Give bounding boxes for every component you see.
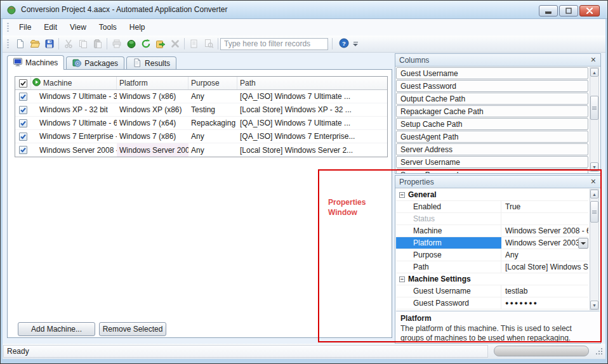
property-value[interactable]: [Local Store] Windows Ser — [501, 261, 588, 273]
new-document-icon[interactable] — [13, 37, 27, 51]
main-toolbar: ? — [3, 36, 605, 53]
machine-row[interactable]: Windows 7 Enterprise - 3...Windows 7 (x8… — [15, 130, 387, 143]
minimize-button[interactable] — [539, 5, 558, 16]
remove-selected-button[interactable]: Remove Selected — [99, 322, 166, 336]
machine-row[interactable]: Windows 7 Ultimate - 32...Windows 7 (x86… — [15, 90, 387, 103]
column-list-item[interactable]: Output Cache Path — [396, 93, 588, 105]
property-value[interactable]: testlab — [501, 285, 588, 297]
cut-icon — [61, 37, 76, 51]
property-row[interactable]: Status — [396, 213, 588, 225]
scroll-up-icon[interactable]: ▲ — [590, 68, 598, 77]
row-checkbox[interactable] — [19, 146, 27, 154]
path-cell: [QA_ISO] Windows 7 Enterprise... — [237, 130, 387, 143]
machine-cell: Windows XP - 32 bit — [31, 103, 117, 116]
property-value[interactable] — [501, 213, 588, 224]
export-icon[interactable] — [153, 37, 168, 51]
row-checkbox[interactable] — [19, 106, 27, 114]
menu-item-edit[interactable]: Edit — [37, 20, 63, 34]
menu-item-help[interactable]: Help — [123, 20, 152, 34]
property-value[interactable]: ●●●●●●● — [501, 297, 588, 309]
maximize-button[interactable] — [559, 5, 578, 16]
print-icon — [109, 37, 124, 51]
machine-cell: Windows 7 Ultimate - 32... — [31, 90, 117, 103]
tab-packages[interactable]: Packages — [66, 56, 124, 70]
app-icon — [6, 4, 17, 15]
column-list-item[interactable]: Server Username — [396, 156, 588, 168]
category-label: Machine Settings — [408, 275, 471, 283]
select-all-checkbox[interactable] — [19, 79, 27, 88]
progress-bar — [494, 346, 589, 356]
tab-label: Machines — [25, 58, 58, 67]
title-bar: Conversion Project 4.aacx - Automated Ap… — [1, 1, 607, 19]
help-button[interactable]: ? — [336, 37, 351, 51]
column-list-item[interactable]: Setup Cache Path — [396, 118, 588, 130]
property-value[interactable]: Windows Server 2008 - 64 — [501, 225, 588, 237]
columns-scrollbar[interactable]: ▲ ▼ — [590, 67, 599, 172]
scroll-down-icon[interactable]: ▼ — [590, 301, 598, 309]
scroll-down-icon[interactable]: ▼ — [590, 162, 598, 171]
row-checkbox[interactable] — [19, 119, 27, 127]
machine-row[interactable]: Windows Server 2008 - 6...Windows Server… — [15, 143, 387, 157]
path-cell: [Local Store] Windows XP - 32 ... — [237, 103, 387, 116]
collapse-icon[interactable]: − — [399, 276, 405, 282]
column-list-item[interactable]: Server Address — [396, 143, 588, 155]
column-header-machine[interactable]: Machine — [43, 79, 72, 88]
column-header-path[interactable]: Path — [237, 77, 387, 89]
status-panel: Ready — [3, 345, 488, 358]
row-checkbox[interactable] — [19, 93, 27, 101]
paste-icon — [90, 37, 105, 51]
column-list-item[interactable]: Repackager Cache Path — [396, 105, 588, 117]
scroll-up-icon[interactable]: ▲ — [590, 190, 598, 198]
menu-item-tools[interactable]: Tools — [93, 20, 123, 34]
open-project-icon[interactable] — [27, 37, 42, 51]
app-window: Conversion Project 4.aacx - Automated Ap… — [0, 0, 608, 364]
package-icon[interactable] — [124, 37, 138, 51]
preview-icon — [201, 37, 216, 51]
property-value[interactable]: True — [501, 201, 588, 212]
resize-grip[interactable] — [595, 348, 603, 357]
disc-icon — [72, 58, 81, 69]
machine-row[interactable]: Windows XP - 32 bitWindows XP (x86)Testi… — [15, 103, 387, 117]
scroll-thumb[interactable] — [590, 96, 598, 120]
property-value[interactable]: Windows Server 2003 R — [501, 237, 588, 249]
tab-machines[interactable]: Machines — [7, 55, 64, 70]
collapse-icon[interactable]: − — [399, 192, 405, 198]
properties-panel-header: Properties × — [395, 176, 600, 188]
close-icon[interactable]: × — [590, 55, 597, 65]
property-category[interactable]: −General — [396, 189, 588, 201]
dropdown-button[interactable] — [578, 238, 588, 249]
column-list-item[interactable]: Guest Username — [396, 67, 588, 79]
column-list-item[interactable]: GuestAgent Path — [396, 131, 588, 143]
refresh-icon[interactable] — [138, 37, 153, 51]
property-category[interactable]: −Machine Settings — [396, 273, 588, 285]
menu-item-file[interactable]: File — [13, 20, 37, 34]
column-list-item[interactable]: Server Password — [396, 169, 588, 173]
column-header-platform[interactable]: Platform — [117, 77, 188, 89]
help-icon: ? — [339, 38, 349, 50]
property-row[interactable]: Path[Local Store] Windows Ser — [396, 261, 588, 273]
close-button[interactable] — [579, 5, 600, 16]
row-checkbox[interactable] — [19, 133, 27, 141]
property-row[interactable]: Guest Password●●●●●●● — [396, 297, 588, 309]
close-icon[interactable]: × — [590, 176, 597, 187]
machine-cell: Windows 7 Enterprise - 3... — [31, 130, 117, 143]
property-row[interactable]: PlatformWindows Server 2003 R — [396, 237, 588, 249]
toolbar-overflow-button[interactable] — [351, 37, 360, 50]
add-machine-button[interactable]: Add Machine... — [18, 322, 95, 336]
tab-results[interactable]: Results — [126, 56, 176, 70]
property-row[interactable]: Guest Usernametestlab — [396, 285, 588, 297]
property-row[interactable]: PurposeAny — [396, 249, 588, 261]
column-list-item[interactable]: Guest Password — [396, 80, 588, 92]
save-project-icon[interactable] — [42, 37, 56, 51]
properties-scrollbar[interactable]: ▲ ▼ — [590, 189, 599, 310]
scroll-thumb[interactable] — [590, 201, 598, 223]
property-row[interactable]: EnabledTrue — [396, 201, 588, 213]
menu-item-view[interactable]: View — [63, 20, 93, 34]
filter-input[interactable] — [220, 38, 328, 50]
machine-row[interactable]: Windows 7 Ultimate - 64...Windows 7 (x64… — [15, 117, 387, 130]
platform-cell: Windows Server 2003 ... — [117, 143, 188, 157]
column-header-purpose[interactable]: Purpose — [188, 77, 237, 89]
property-value[interactable]: Any — [501, 249, 588, 261]
machine-table-header[interactable]: Machine Platform Purpose Path — [15, 77, 387, 90]
property-row[interactable]: MachineWindows Server 2008 - 64 — [396, 225, 588, 237]
